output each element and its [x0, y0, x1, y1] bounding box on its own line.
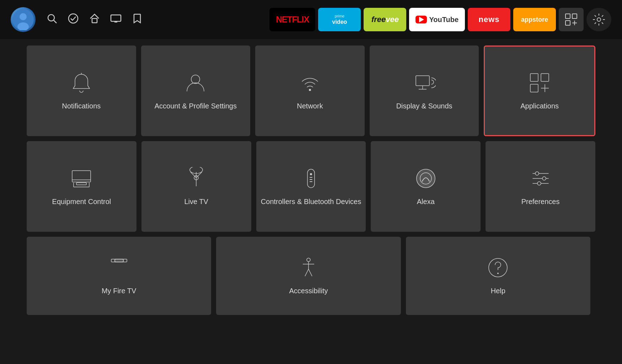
equipment-control-tile[interactable]: Equipment Control	[27, 141, 136, 232]
svg-rect-6	[92, 18, 97, 23]
notifications-label: Notifications	[62, 101, 101, 111]
alexa-label: Alexa	[417, 197, 435, 206]
svg-rect-10	[565, 14, 570, 18]
news-button[interactable]: news	[468, 8, 510, 31]
svg-point-47	[535, 172, 539, 175]
app-shortcuts: NETFLIX prime video freevee YouTube news…	[269, 8, 611, 31]
accessibility-icon	[297, 256, 320, 280]
alexa-tile[interactable]: Alexa	[371, 141, 481, 232]
monitor-desk-icon	[70, 167, 93, 191]
bookmark-icon[interactable]	[132, 13, 143, 27]
svg-rect-42	[310, 181, 312, 182]
nav-icons	[46, 13, 143, 27]
help-circle-icon	[487, 256, 509, 280]
svg-point-43	[417, 169, 435, 188]
alexa-icon	[414, 167, 437, 191]
preferences-tile[interactable]: Preferences	[486, 141, 595, 232]
accessibility-tile[interactable]: Accessibility	[216, 237, 401, 315]
svg-line-58	[309, 269, 312, 276]
svg-rect-27	[72, 171, 91, 182]
prime-video-button[interactable]: prime video	[318, 8, 361, 31]
svg-point-15	[597, 18, 601, 21]
controllers-label: Controllers & Bluetooth Devices	[261, 197, 361, 206]
svg-rect-19	[416, 76, 429, 86]
sliders-icon	[529, 167, 552, 191]
my-fire-tv-label: My Fire TV	[102, 286, 136, 295]
live-tv-tile[interactable]: Live TV	[141, 141, 251, 232]
grid-row-3: My Fire TV Accessibility	[27, 237, 595, 315]
svg-point-3	[48, 15, 54, 21]
svg-point-5	[69, 14, 78, 23]
search-icon[interactable]	[46, 13, 58, 27]
svg-line-57	[305, 269, 309, 276]
tv-icon[interactable]	[110, 13, 122, 27]
bell-icon	[70, 71, 93, 95]
avatar[interactable]	[11, 7, 36, 32]
equipment-control-label: Equipment Control	[52, 197, 111, 206]
my-fire-tv-tile[interactable]: My Fire TV	[27, 237, 211, 315]
netflix-button[interactable]: NETFLIX	[269, 8, 315, 31]
top-nav: NETFLIX prime video freevee YouTube news…	[0, 0, 622, 39]
home-icon[interactable]	[89, 13, 100, 27]
settings-grid: Notifications Account & Profile Settings	[0, 39, 622, 321]
network-label: Network	[297, 101, 323, 111]
display-sounds-label: Display & Sounds	[396, 101, 452, 111]
youtube-label: YouTube	[429, 16, 459, 24]
svg-rect-23	[541, 74, 549, 81]
svg-point-49	[537, 182, 541, 185]
youtube-play-triangle	[419, 17, 424, 22]
svg-line-4	[54, 20, 57, 23]
youtube-icon	[415, 16, 427, 23]
freevee-button[interactable]: freevee	[364, 8, 406, 31]
applications-label: Applications	[520, 101, 559, 111]
svg-point-1	[20, 13, 27, 20]
svg-rect-22	[530, 74, 538, 81]
svg-rect-7	[111, 15, 121, 21]
account-tile[interactable]: Account & Profile Settings	[141, 46, 251, 136]
grid-row-2: Equipment Control Live TV	[27, 141, 595, 232]
svg-rect-52	[115, 259, 123, 262]
grid-plus-icon	[528, 71, 551, 95]
applications-tile[interactable]: Applications	[484, 46, 595, 136]
svg-rect-29	[76, 183, 86, 185]
network-tile[interactable]: Network	[255, 46, 365, 136]
youtube-logo: YouTube	[415, 16, 459, 24]
svg-point-60	[497, 273, 499, 274]
live-tv-label: Live TV	[184, 197, 208, 206]
help-tile[interactable]: Help	[406, 237, 590, 315]
all-apps-button[interactable]	[559, 8, 584, 31]
account-label: Account & Profile Settings	[155, 101, 237, 111]
svg-rect-12	[565, 21, 570, 25]
svg-point-18	[309, 89, 311, 91]
svg-point-17	[191, 75, 200, 84]
appstore-label: appstore	[521, 16, 548, 23]
grid-row-1: Notifications Account & Profile Settings	[27, 46, 595, 136]
fire-remote-icon	[108, 256, 130, 280]
svg-rect-24	[530, 84, 538, 92]
svg-point-48	[542, 177, 546, 180]
antenna-icon	[185, 167, 208, 191]
monitor-speaker-icon	[413, 71, 436, 95]
controllers-tile[interactable]: Controllers & Bluetooth Devices	[256, 141, 366, 232]
preferences-label: Preferences	[521, 197, 560, 206]
news-label: news	[478, 15, 499, 24]
help-label: Help	[491, 286, 505, 295]
display-sounds-tile[interactable]: Display & Sounds	[370, 46, 479, 136]
notifications-tile[interactable]: Notifications	[27, 46, 136, 136]
svg-point-54	[307, 258, 310, 262]
accessibility-label: Accessibility	[289, 286, 328, 295]
remote-icon	[300, 167, 322, 191]
check-circle-icon[interactable]	[68, 13, 79, 27]
svg-rect-41	[310, 179, 312, 180]
wifi-icon	[299, 71, 321, 95]
youtube-button[interactable]: YouTube	[409, 8, 465, 31]
settings-button[interactable]	[586, 8, 611, 31]
svg-point-39	[310, 173, 312, 175]
svg-rect-11	[572, 14, 577, 18]
person-icon	[184, 71, 207, 95]
appstore-button[interactable]: appstore	[513, 8, 556, 31]
svg-rect-38	[307, 169, 315, 188]
svg-rect-40	[310, 177, 312, 178]
